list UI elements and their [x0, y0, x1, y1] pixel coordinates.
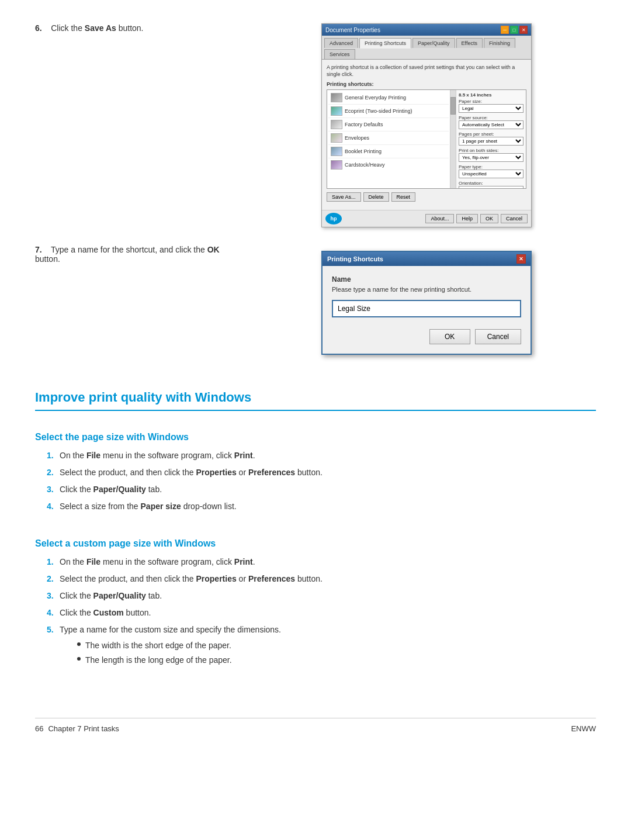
shortcut-label-booklet: Booklet Printing	[345, 148, 382, 154]
shortcut-icon-factory	[331, 120, 342, 129]
cancel-button[interactable]: Cancel	[501, 214, 528, 223]
step-6-bold: Save As	[85, 23, 116, 33]
shortcut-label-ecoprint: Ecoprint (Two-sided Printing)	[345, 108, 412, 114]
dialog-description: Please type a name for the new printing …	[332, 286, 521, 293]
maximize-button[interactable]: □	[510, 26, 518, 34]
window-description: A printing shortcut is a collection of s…	[327, 64, 526, 78]
step-6-left: 6. Click the Save As button.	[35, 23, 257, 227]
dialog-name-label: Name	[332, 275, 521, 284]
help-button[interactable]: Help	[456, 214, 478, 223]
window-action-buttons: Save As... Delete Reset	[327, 192, 526, 202]
window-tabs: Advanced Printing Shortcuts Paper/Qualit…	[322, 36, 531, 60]
dialog-buttons: OK Cancel	[332, 329, 521, 344]
bullet-item: The length is the long edge of the paper…	[77, 654, 281, 666]
step-7-section: 7. Type a name for the shortcut, and cli…	[35, 245, 596, 355]
bullet-item: The width is the short edge of the paper…	[77, 639, 281, 652]
tab-printing-shortcuts[interactable]: Printing Shortcuts	[359, 38, 411, 49]
paper-type-select[interactable]: Unspecified	[459, 170, 523, 178]
orientation-label: Orientation:	[459, 181, 523, 186]
step-text-4: Select a size from the Paper size drop-d…	[60, 500, 237, 513]
bullet-dot-2	[77, 657, 81, 661]
step-text-3: Click the Paper/Quality tab.	[60, 483, 162, 496]
close-button[interactable]: ✕	[519, 26, 528, 34]
step-text-1: On the File menu in the software program…	[60, 450, 255, 462]
main-heading: Improve print quality with Windows	[35, 390, 596, 411]
shortcut-icon-booklet	[331, 147, 342, 156]
reset-button[interactable]: Reset	[391, 192, 416, 202]
step-6-text: 6. Click the Save As button.	[35, 23, 240, 33]
paper-size-label: Paper size:	[459, 99, 523, 104]
window-footer: hp About... Help OK Cancel	[322, 210, 531, 227]
delete-button[interactable]: Delete	[363, 192, 389, 202]
bullet-text-2: The length is the long edge of the paper…	[85, 654, 232, 666]
save-as-button[interactable]: Save As...	[327, 192, 361, 202]
window-controls: ─ □ ✕	[501, 26, 528, 34]
paper-type-row: Paper type: Unspecified	[459, 164, 523, 178]
window-titlebar: Document Properties ─ □ ✕	[322, 24, 531, 36]
doc-properties-window: Document Properties ─ □ ✕ Advanced Print…	[321, 23, 532, 227]
paper-size-select[interactable]: Legal	[459, 104, 523, 113]
custom-step-text-4: Click the Custom button.	[60, 607, 151, 619]
list-item: 1. On the File menu in the software prog…	[47, 556, 596, 568]
list-item: 2. Select the product, and then click th…	[47, 466, 596, 479]
list-item[interactable]: Envelopes	[328, 132, 449, 145]
orientation-row: Orientation: Portrait	[459, 181, 523, 189]
list-item: 3. Click the Paper/Quality tab.	[47, 483, 596, 496]
step-6-number: 6.	[35, 23, 42, 33]
about-button[interactable]: About...	[425, 214, 454, 223]
step-text-2: Select the product, and then click the P…	[60, 466, 323, 479]
tab-services[interactable]: Services	[324, 49, 355, 59]
tab-effects[interactable]: Effects	[456, 38, 483, 48]
step-6-right: Document Properties ─ □ ✕ Advanced Print…	[257, 23, 596, 227]
bullet-dot	[77, 642, 81, 646]
custom-page-size-steps-list: 1. On the File menu in the software prog…	[35, 556, 596, 673]
ok-button[interactable]: OK	[480, 214, 498, 223]
print-both-sides-label: Print on both sides:	[459, 148, 523, 153]
hp-logo: hp	[325, 213, 342, 224]
list-item[interactable]: General Everyday Printing	[328, 91, 449, 105]
custom-step-text-5: Type a name for the custom size and spec…	[60, 624, 281, 669]
window-title: Document Properties	[325, 27, 380, 33]
tab-advanced[interactable]: Advanced	[324, 38, 358, 48]
custom-step-num-3: 3.	[47, 590, 60, 602]
dialog-body: Name Please type a name for the new prin…	[323, 266, 531, 354]
printing-shortcuts-dialog: Printing Shortcuts ✕ Name Please type a …	[321, 251, 532, 355]
print-both-sides-select[interactable]: Yes, flip-over	[459, 153, 523, 162]
shortcut-icon-general	[331, 93, 342, 102]
tab-paper-quality[interactable]: Paper/Quality	[412, 38, 455, 48]
footer-left: 66 Chapter 7 Print tasks	[35, 724, 119, 733]
dialog-cancel-button[interactable]: Cancel	[475, 329, 521, 344]
paper-source-select[interactable]: Automatically Select	[459, 120, 523, 129]
scrollbar-track[interactable]	[450, 90, 456, 188]
list-item: 5. Type a name for the custom size and s…	[47, 624, 596, 669]
shortcuts-right-panel: 8.5 x 14 inches Paper size: Legal Paper …	[456, 90, 526, 188]
step-num-1: 1.	[47, 450, 60, 462]
scrollbar-thumb[interactable]	[450, 97, 456, 115]
tab-finishing[interactable]: Finishing	[484, 38, 515, 48]
bullet-list: The width is the short edge of the paper…	[60, 639, 281, 666]
shortcut-label-cardstock: Cardstock/Heavy	[345, 162, 385, 168]
sub-heading-1: Select the page size with Windows	[35, 432, 596, 443]
dialog-close-button[interactable]: ✕	[516, 254, 526, 264]
list-item: 1. On the File menu in the software prog…	[47, 450, 596, 462]
sub-heading-2: Select a custom page size with Windows	[35, 538, 596, 549]
bullet-text-1: The width is the short edge of the paper…	[85, 639, 231, 652]
page-size-steps-list: 1. On the File menu in the software prog…	[35, 450, 596, 517]
step-num-2: 2.	[47, 466, 60, 479]
shortcuts-label: Printing shortcuts:	[327, 81, 526, 87]
footer-right-text: ENWW	[571, 724, 596, 733]
orientation-select[interactable]: Portrait	[459, 186, 523, 189]
page-content: 6. Click the Save As button. Document Pr…	[35, 23, 596, 733]
list-item[interactable]: Factory Defaults	[328, 118, 449, 132]
list-item[interactable]: Ecoprint (Two-sided Printing)	[328, 105, 449, 118]
step-7-number: 7.	[35, 245, 42, 254]
pages-per-sheet-select[interactable]: 1 page per sheet	[459, 137, 523, 146]
minimize-button[interactable]: ─	[501, 26, 509, 34]
custom-step-text-3: Click the Paper/Quality tab.	[60, 590, 162, 602]
list-item[interactable]: Booklet Printing	[328, 145, 449, 158]
shortcut-label-factory: Factory Defaults	[345, 122, 383, 127]
list-item[interactable]: Cardstock/Heavy	[328, 158, 449, 171]
pages-per-sheet-label: Pages per sheet:	[459, 132, 523, 137]
shortcut-name-input[interactable]	[332, 300, 521, 317]
dialog-ok-button[interactable]: OK	[429, 329, 470, 344]
